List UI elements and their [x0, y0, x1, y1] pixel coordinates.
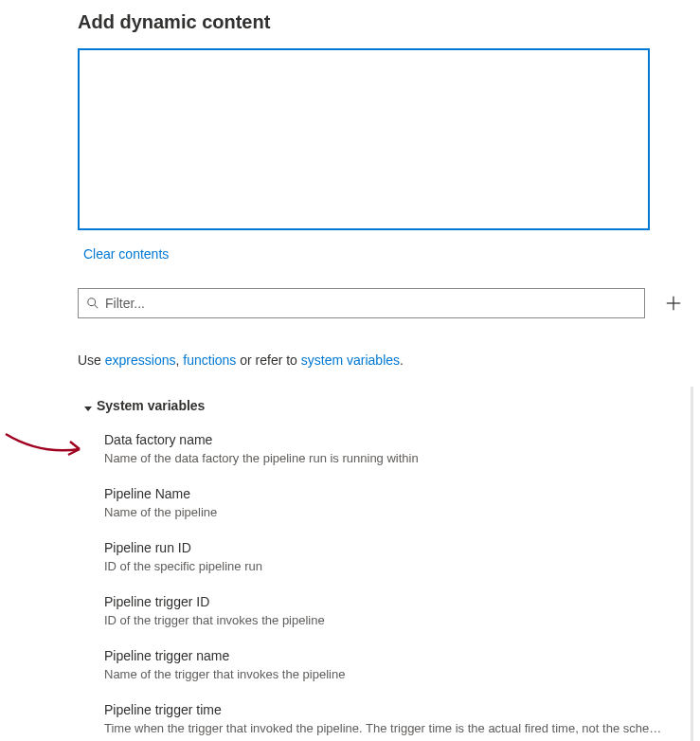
expression-input[interactable]	[78, 48, 650, 230]
scrollbar-track	[691, 387, 693, 741]
variable-name: Data factory name	[104, 432, 683, 447]
clear-contents-link[interactable]: Clear contents	[83, 246, 169, 262]
variable-name: Pipeline trigger time	[104, 702, 683, 717]
add-button[interactable]	[664, 294, 683, 313]
variable-desc: Name of the trigger that invokes the pip…	[104, 667, 663, 681]
variable-name: Pipeline trigger ID	[104, 594, 683, 609]
system-variables-link[interactable]: system variables	[301, 352, 400, 368]
filter-input[interactable]	[105, 296, 637, 311]
expressions-link[interactable]: expressions	[105, 352, 176, 368]
variable-name: Pipeline Name	[104, 486, 683, 501]
filter-box[interactable]	[78, 288, 645, 318]
variable-desc: Time when the trigger that invoked the p…	[104, 721, 663, 735]
panel-title: Add dynamic content	[78, 11, 683, 33]
list-item[interactable]: Data factory name Name of the data facto…	[104, 432, 683, 465]
list-item[interactable]: Pipeline trigger name Name of the trigge…	[104, 648, 683, 681]
variable-desc: ID of the specific pipeline run	[104, 559, 663, 573]
section-label: System variables	[97, 398, 205, 413]
functions-link[interactable]: functions	[183, 352, 236, 368]
plus-icon	[665, 295, 682, 312]
variable-name: Pipeline trigger name	[104, 648, 683, 663]
variable-list: Data factory name Name of the data facto…	[104, 432, 683, 735]
search-icon	[86, 297, 99, 310]
variable-name: Pipeline run ID	[104, 540, 683, 555]
help-text: Use expressions, functions or refer to s…	[78, 352, 683, 368]
list-item[interactable]: Pipeline run ID ID of the specific pipel…	[104, 540, 683, 573]
list-item[interactable]: Pipeline Name Name of the pipeline	[104, 486, 683, 519]
svg-marker-4	[84, 407, 92, 411]
list-item[interactable]: Pipeline trigger ID ID of the trigger th…	[104, 594, 683, 627]
section-header-system-variables[interactable]: System variables	[83, 398, 683, 413]
variable-desc: ID of the trigger that invokes the pipel…	[104, 613, 663, 627]
svg-point-0	[88, 298, 96, 306]
variable-desc: Name of the pipeline	[104, 505, 663, 519]
chevron-down-icon	[83, 401, 93, 410]
svg-line-1	[95, 305, 99, 309]
variable-desc: Name of the data factory the pipeline ru…	[104, 451, 663, 465]
list-item[interactable]: Pipeline trigger time Time when the trig…	[104, 702, 683, 735]
